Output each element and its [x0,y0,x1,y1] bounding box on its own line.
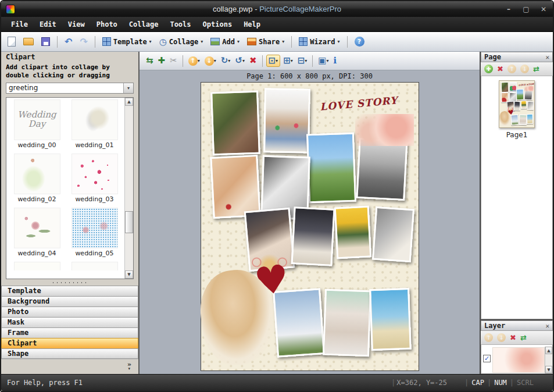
clipart-item-wedding05[interactable]: wedding_05 [66,208,123,262]
tab-photo[interactable]: Photo [1,307,138,317]
scroll-down-icon[interactable]: ▼ [125,270,133,279]
scroll-thumb[interactable] [125,211,133,233]
share-button[interactable]: Share▾ [244,36,287,48]
collage-photo-beach-walking-couple[interactable] [369,288,412,351]
close-panel-icon[interactable]: ✕ [545,54,549,61]
new-button[interactable] [5,35,19,48]
close-panel-icon[interactable]: ✕ [545,322,549,330]
menu-tools[interactable]: Tools [165,19,196,30]
scroll-down-icon[interactable]: ▼ [545,366,552,373]
hide-photos-button[interactable]: ▣▾ [316,55,330,66]
menu-help[interactable]: Help [238,19,266,30]
menu-file[interactable]: File [6,19,33,30]
tab-mask[interactable]: Mask [1,317,138,327]
collage-button[interactable]: ◷Collage▾ [156,35,206,49]
undo-button[interactable]: ↶ [62,35,75,48]
refresh-pages-button[interactable]: ⇄ [533,65,539,73]
send-backward-button[interactable]: ↓▾ [203,55,218,67]
collage-photo-bride-gray[interactable] [372,206,415,262]
clipart-hint: Add clipart into collage by double click… [1,62,138,80]
tab-template[interactable]: Template [1,286,138,296]
collage-photo-smiling-couple[interactable] [210,155,261,219]
close-button[interactable]: ✕ [539,5,548,13]
help-button[interactable]: ? [352,35,367,48]
clipart-scrollbar[interactable]: ▲ ▼ [124,98,133,279]
clipart-list: Wedding Day wedding_00 wedding_01 [6,97,134,280]
clipart-item-partial[interactable] [8,262,66,270]
layer-scrollbar[interactable]: ▲ ▼ [545,347,552,373]
tab-clipart[interactable]: Clipart [1,338,138,348]
collage-photo-couple-greenery[interactable] [306,132,356,203]
redo-button[interactable]: ↷ [77,35,90,48]
menu-options[interactable]: Options [198,19,238,30]
clipart-item-wedding00[interactable]: Wedding Day wedding_00 [8,99,66,154]
menu-collage[interactable]: Collage [124,19,164,30]
layer-up-button[interactable]: ↑ [484,333,493,342]
open-button[interactable] [20,36,37,47]
minimize-button[interactable]: – [504,5,513,13]
tab-frame[interactable]: Frame [1,327,138,338]
clipart-category-select[interactable]: greeting ▾ [6,83,134,94]
add-button[interactable]: Add▾ [208,36,242,48]
menu-edit[interactable]: Edit [34,19,62,30]
tab-shape[interactable]: Shape [1,348,138,359]
crop-button[interactable]: ✂ [168,55,179,66]
tab-background[interactable]: Background [1,296,138,307]
menu-view[interactable]: View [63,19,90,30]
bring-forward-button[interactable]: ↑▾ [187,55,202,67]
fit-page-button[interactable]: ⊡▾ [266,55,281,67]
clipart-item-wedding03[interactable]: wedding_03 [66,154,123,208]
change-photo-button[interactable]: ⇆ [144,55,155,66]
template-grid-icon [102,37,111,46]
layer-visibility-checkbox[interactable]: ✓ [483,355,491,362]
down-arrow-icon: ↓ [205,56,214,66]
delete-layer-button[interactable]: ✖ [510,333,516,342]
clipart-item-wedding02[interactable]: wedding_02 [8,154,66,208]
collage-photo-kissing-couple[interactable] [210,90,260,155]
refresh-layers-button[interactable]: ⇄ [520,333,527,342]
resize-grip[interactable] [540,379,547,386]
menu-photo[interactable]: Photo [91,19,123,30]
move-page-down-button[interactable]: ↓ [520,65,529,73]
collage-photo-shopping-couple[interactable] [263,88,310,154]
collage-photo-yellow-shirt-beach[interactable] [334,205,371,259]
combo-dropdown-icon[interactable]: ▾ [123,83,133,93]
scroll-up-icon[interactable]: ▲ [125,98,133,106]
rotate-ccw-button[interactable]: ↺▾ [233,55,246,66]
scroll-track[interactable] [125,106,133,271]
save-button[interactable] [38,35,53,48]
clipart-item-wedding04[interactable]: wedding_04 [8,208,66,262]
collage-photo-couple-greenery [516,89,524,101]
collage-photo-smiling-bride-veil[interactable] [323,289,371,357]
maximize-button[interactable]: ▢ [521,5,531,13]
chevron-down-icon[interactable]: ▾ [128,366,130,371]
add-page-button[interactable]: ✚ [484,65,493,73]
scroll-up-icon[interactable]: ▲ [545,347,552,354]
status-help-text: For Help, press F1 [7,379,83,387]
add-photo-button[interactable]: ✚ [156,55,167,66]
rotate-cw-button[interactable]: ↻▾ [219,55,233,66]
wizard-button[interactable]: Wizard▾ [296,35,342,48]
delete-button[interactable]: ✖ [248,55,259,66]
move-page-up-button[interactable]: ↑ [507,65,516,73]
template-label: Template [113,38,147,46]
align-button[interactable]: ⊞▾ [281,55,295,66]
collage-photo-bride-bouquet-dark [514,101,521,111]
clipart-label: wedding_00 [8,141,66,149]
distribute-button[interactable]: ⊟▾ [296,55,309,66]
delete-page-button[interactable]: ✖ [497,65,503,73]
clipart-item-wedding01[interactable]: wedding_01 [66,99,123,154]
properties-button[interactable]: ℹ [332,55,339,66]
collage-photo-bride-bouquet-dark[interactable] [291,207,335,267]
rose-clipart[interactable] [355,114,414,145]
page-thumbnail[interactable]: LOVE STORY♥ [499,80,535,128]
panel-splitter[interactable] [1,279,138,286]
collage-photo-kneeling-man-bw[interactable] [356,137,408,200]
open-folder-icon [23,38,34,45]
layer-down-button[interactable]: ↓ [497,333,506,342]
clipart-item-partial[interactable] [66,262,123,270]
collage-page: LOVE STORY♥ [201,82,419,371]
template-button[interactable]: Template▾ [99,35,155,48]
page-info-text: Page 1: 600 x 800 px, DPI: 300 [140,70,480,80]
layer-rose-thumbnail[interactable] [492,347,545,373]
